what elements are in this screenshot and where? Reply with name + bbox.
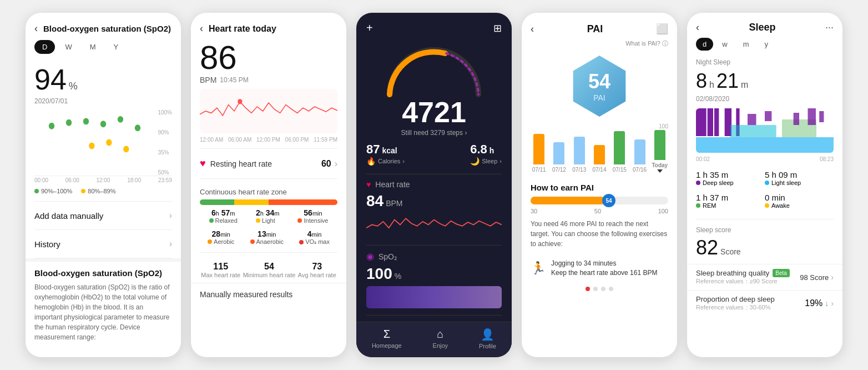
bar-label-07/11: 07/11 (532, 167, 546, 173)
history-menu-item[interactable]: History › (26, 230, 181, 258)
spo2-value: 94 (34, 63, 67, 96)
hr-chart-dark (366, 212, 502, 237)
night-h-unit: h (709, 80, 714, 90)
dot-yellow (81, 189, 85, 193)
add-data-manually[interactable]: Add data manually › (26, 202, 181, 229)
sleep-label: 🌙 Sleep › (470, 157, 502, 166)
nav-profile[interactable]: 👤 Profile (479, 328, 496, 349)
sleep-chart-labels: 00:02 08:23 (687, 155, 842, 167)
hr-title: Heart rate today (209, 24, 276, 34)
zone2: 28min Aerobic 13min Anaerobic 4min VO₂ m… (191, 226, 346, 248)
avg-hr-val: 73 (298, 262, 336, 272)
spo2-unit-dark: % (395, 272, 401, 281)
calories-metric: 87 kcal 🔥 Calories › (366, 142, 405, 166)
desc-text: Blood-oxygen saturation (SpO2) is the ra… (34, 282, 172, 342)
dot-anaerobic (250, 239, 255, 244)
svg-point-1 (66, 119, 72, 126)
sleep-tab-w[interactable]: w (715, 38, 734, 51)
svg-rect-11 (708, 108, 713, 136)
bar-label-07/12: 07/12 (552, 167, 566, 173)
back-icon-hr[interactable]: ‹ (200, 23, 203, 34)
more-icon[interactable]: ··· (825, 22, 834, 33)
chart-y-labels: 100% 90% 35% 50% (158, 109, 172, 176)
max-hr-stat: 115 Max heart rate (201, 262, 240, 278)
dot-awake (765, 203, 769, 208)
sleep-chart-svg (696, 108, 834, 153)
tab-d[interactable]: D (34, 40, 55, 54)
deep-prop-ref: Reference values：30-60% (696, 303, 775, 312)
svg-point-7 (106, 139, 112, 146)
hr-unit-dark: BPM (386, 199, 402, 208)
quality-row: Sleep breathing quality Beta Reference v… (687, 264, 842, 290)
calories-val: 87 kcal (366, 142, 405, 157)
tab-m[interactable]: M (82, 40, 104, 54)
rem-label: REM (696, 202, 765, 209)
svg-point-5 (135, 124, 140, 131)
hr-chart-svg (200, 89, 337, 133)
grid-icon[interactable]: ⊞ (493, 22, 502, 34)
spo2-unit: % (69, 81, 78, 92)
night-m-unit: m (741, 80, 748, 90)
sleep-metric: 6.8 h 🌙 Sleep › (470, 142, 502, 166)
dot-rem (696, 203, 700, 208)
sleep-stats-grid: 1 h 35 m Deep sleep 5 h 09 m Light sleep… (687, 167, 842, 217)
bar-group-07/13: 07/13 (571, 137, 588, 173)
arrow-right-icon: › (465, 129, 467, 137)
bar-07/15 (614, 131, 625, 164)
deep-prop-label: Proportion of deep sleep (696, 295, 775, 303)
bar-07/14 (594, 145, 605, 164)
spo2-x-labels: 00:00 06:00 12:00 18:00 23:59 (26, 176, 181, 184)
sleep-tab-d[interactable]: d (696, 38, 713, 51)
legend-high: 90%–100% (34, 188, 72, 194)
bar-07/13 (574, 137, 585, 164)
share-icon[interactable]: ⬜ (656, 23, 668, 35)
hr-val-row-dark: 84 BPM (366, 192, 502, 210)
plus-icon[interactable]: + (366, 22, 373, 34)
avg-hr-label: Avg heart rate (298, 272, 336, 278)
back-icon[interactable]: ‹ (34, 23, 38, 34)
dot-active (586, 287, 590, 291)
zone-bar (200, 199, 337, 205)
sleep-tab-y[interactable]: y (758, 38, 775, 51)
nav-enjoy[interactable]: ⌂ Enjoy (433, 328, 448, 349)
hr-x-labels: 12:00 AM 06:00 AM 12:00 PM 06:00 PM 11:5… (191, 136, 346, 144)
manual-label: Manually measured results (200, 290, 292, 299)
bar-group-07/14: 07/14 (591, 145, 608, 173)
deep-prop-left: Proportion of deep sleep Reference value… (696, 295, 775, 312)
screen-spo2: ‹ Blood-oxygen saturation (SpO2) D W M Y… (26, 13, 181, 357)
zone-relaxed-label: Relaxed (209, 217, 238, 224)
score-unit: Score (720, 247, 741, 256)
legend-mid: 80%–89% (81, 188, 115, 194)
hr-stats-row: 115 Max heart rate 54 Minimum heart rate… (191, 257, 346, 283)
svg-rect-22 (819, 111, 824, 122)
spo2-tabs: D W M Y (26, 40, 181, 61)
resting-left: ♥ Resting heart rate (200, 158, 272, 169)
light-sleep-label: Light sleep (765, 179, 834, 186)
tab-w[interactable]: W (57, 40, 79, 54)
today-triangle (657, 169, 663, 173)
dot-vo2 (299, 240, 304, 244)
bar-Today (654, 130, 665, 160)
steps-need-text: Still need 3279 steps (401, 129, 463, 137)
chevron-right-icon: › (169, 211, 172, 221)
heart-icon: ♥ (200, 158, 206, 169)
zone-light: 2h 34m Light (256, 208, 280, 224)
chart-y: 100 (531, 123, 668, 129)
zone-vo2max: 4min VO₂ max (299, 229, 330, 246)
spo2-value-row: 94 % (26, 61, 181, 97)
sleep-divider1 (696, 219, 834, 219)
nav-homepage[interactable]: Σ Homepage (372, 328, 402, 349)
awake-val: 0 min (765, 193, 834, 202)
chart-end-time: 08:23 (820, 156, 834, 162)
hr-chart-area (200, 89, 337, 133)
light-sleep-val: 5 h 09 m (765, 170, 834, 179)
spo2-val-dark: 100 (366, 265, 392, 283)
progress-bar: 54 (531, 197, 668, 204)
zone-relaxed-time: 6h 57m (209, 208, 238, 217)
sleep-tab-m[interactable]: m (736, 38, 756, 51)
pai-question[interactable]: What is PAI? ⓘ (522, 39, 677, 50)
tab-y[interactable]: Y (106, 40, 127, 54)
sleep-date: 02/08/2020 (687, 95, 842, 106)
calories-label: 🔥 Calories › (366, 157, 405, 166)
svg-rect-20 (794, 113, 799, 125)
